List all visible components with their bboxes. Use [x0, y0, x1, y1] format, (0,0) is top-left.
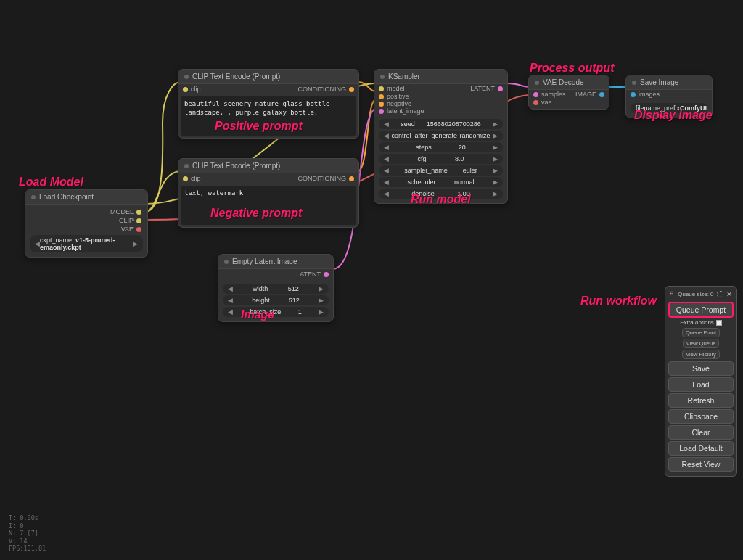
node-title: Save Image	[640, 78, 678, 86]
port-model[interactable]	[136, 210, 141, 215]
node-header[interactable]: Save Image	[626, 75, 712, 90]
node-header[interactable]: CLIP Text Encode (Prompt)	[178, 70, 358, 84]
widget-cfg[interactable]: ◀cfg8.0▶	[379, 154, 503, 164]
node-title: CLIP Text Encode (Prompt)	[192, 162, 280, 170]
gear-icon[interactable]	[717, 291, 723, 297]
port-conditioning[interactable]	[349, 176, 354, 181]
widget-scheduler[interactable]: ◀schedulernormal▶	[379, 177, 503, 187]
menu-panel[interactable]: ⠿ Queue size: 0 ✕ Queue Prompt Extra opt…	[665, 286, 737, 477]
port-negative-in[interactable]	[379, 102, 384, 107]
node-clip-text-positive[interactable]: CLIP Text Encode (Prompt) clip CONDITION…	[178, 69, 359, 139]
port-conditioning[interactable]	[349, 87, 354, 92]
queue-prompt-button[interactable]: Queue Prompt	[668, 302, 734, 318]
reset-view-button[interactable]: Reset View	[668, 457, 734, 472]
node-header[interactable]: KSampler	[374, 70, 507, 84]
port-vae-in[interactable]	[533, 100, 538, 105]
widget-batch-size[interactable]: ◀batch_size1▶	[223, 307, 329, 317]
node-title: Empty Latent Image	[232, 258, 297, 265]
port-clip-in[interactable]	[183, 87, 188, 92]
widget-ckpt-name[interactable]: ◀ ckpt_name v1-5-pruned-emaonly.ckpt ▶	[30, 235, 143, 252]
extra-options-checkbox[interactable]	[716, 320, 722, 326]
annot-run-workflow: Run workflow	[580, 295, 657, 308]
load-button[interactable]: Load	[668, 377, 734, 392]
clear-button[interactable]: Clear	[668, 425, 734, 440]
widget-sampler-name[interactable]: ◀sampler_nameeuler▶	[379, 165, 503, 176]
node-title: Load Checkpoint	[39, 193, 94, 201]
port-vae[interactable]	[136, 227, 141, 232]
node-ksampler[interactable]: KSampler modelLATENT positive negative l…	[374, 69, 508, 204]
queue-front-button[interactable]: Queue Front	[682, 328, 720, 337]
prompt-input[interactable]: beautiful scenery nature glass bottle la…	[181, 96, 356, 136]
port-clip-in[interactable]	[183, 176, 188, 181]
widget-filename-prefix[interactable]: filename_prefixComfyUI	[631, 103, 707, 113]
arrow-right-icon[interactable]: ▶	[133, 240, 138, 247]
node-header[interactable]: CLIP Text Encode (Prompt)	[178, 159, 358, 173]
collapse-dot-icon[interactable]	[380, 75, 385, 79]
queue-size-label: Queue size: 0	[678, 291, 713, 297]
port-samples-in[interactable]	[533, 92, 538, 97]
widget-width[interactable]: ◀width512▶	[223, 284, 329, 294]
node-clip-text-negative[interactable]: CLIP Text Encode (Prompt) clip CONDITION…	[178, 158, 359, 228]
collapse-dot-icon[interactable]	[535, 81, 539, 85]
clipspace-button[interactable]: Clipspace	[668, 409, 734, 424]
widget-height[interactable]: ◀height512▶	[223, 295, 329, 305]
node-title: VAE Decode	[543, 78, 584, 86]
node-empty-latent[interactable]: Empty Latent Image LATENT ◀width512▶ ◀he…	[218, 254, 334, 322]
port-latent-in[interactable]	[379, 109, 384, 114]
port-clip[interactable]	[136, 218, 141, 223]
port-images-in[interactable]	[631, 92, 636, 97]
drag-handle-icon[interactable]: ⠿	[670, 291, 675, 297]
arrow-left-icon[interactable]: ◀	[35, 240, 40, 247]
refresh-button[interactable]: Refresh	[668, 393, 734, 408]
load-default-button[interactable]: Load Default	[668, 441, 734, 456]
node-load-checkpoint[interactable]: Load Checkpoint MODEL CLIP VAE ◀ ckpt_na…	[25, 189, 148, 258]
collapse-dot-icon[interactable]	[184, 164, 189, 168]
node-header[interactable]: VAE Decode	[529, 75, 609, 90]
perf-metrics: T: 0.00s I: 0 N: 7 [7] V: 14 FPS:101.01	[9, 514, 46, 553]
extra-options-label: Extra options	[680, 319, 714, 326]
collapse-dot-icon[interactable]	[31, 195, 36, 199]
widget-steps[interactable]: ◀steps20▶	[379, 142, 503, 152]
port-model-in[interactable]	[379, 86, 384, 91]
widget-denoise[interactable]: ◀denoise1.00▶	[379, 189, 503, 199]
collapse-dot-icon[interactable]	[224, 260, 229, 264]
widget-seed[interactable]: ◀seed156680208700286▶	[379, 119, 503, 129]
port-image-out[interactable]	[599, 92, 604, 97]
node-title: CLIP Text Encode (Prompt)	[192, 73, 280, 81]
close-icon[interactable]: ✕	[726, 290, 732, 298]
prompt-input[interactable]: text, watermark	[181, 186, 356, 225]
node-header[interactable]: Empty Latent Image	[218, 255, 333, 269]
annot-load-model: Load Model	[19, 176, 83, 189]
port-latent[interactable]	[324, 272, 329, 277]
node-save-image[interactable]: Save Image images filename_prefixComfyUI	[625, 75, 713, 118]
view-history-button[interactable]: View History	[682, 350, 720, 359]
port-positive-in[interactable]	[379, 94, 384, 99]
view-queue-button[interactable]: View Queue	[683, 339, 720, 348]
collapse-dot-icon[interactable]	[632, 81, 636, 85]
widget-control-after-generate[interactable]: ◀control_after_generaterandomize▶	[379, 131, 503, 141]
node-vae-decode[interactable]: VAE Decode samplesIMAGE vae	[528, 75, 609, 110]
node-title: KSampler	[388, 73, 420, 81]
port-latent-out[interactable]	[498, 86, 503, 91]
save-button[interactable]: Save	[668, 361, 734, 376]
node-header[interactable]: Load Checkpoint	[25, 190, 147, 205]
annot-process-output: Process output	[530, 62, 614, 75]
collapse-dot-icon[interactable]	[184, 75, 189, 79]
